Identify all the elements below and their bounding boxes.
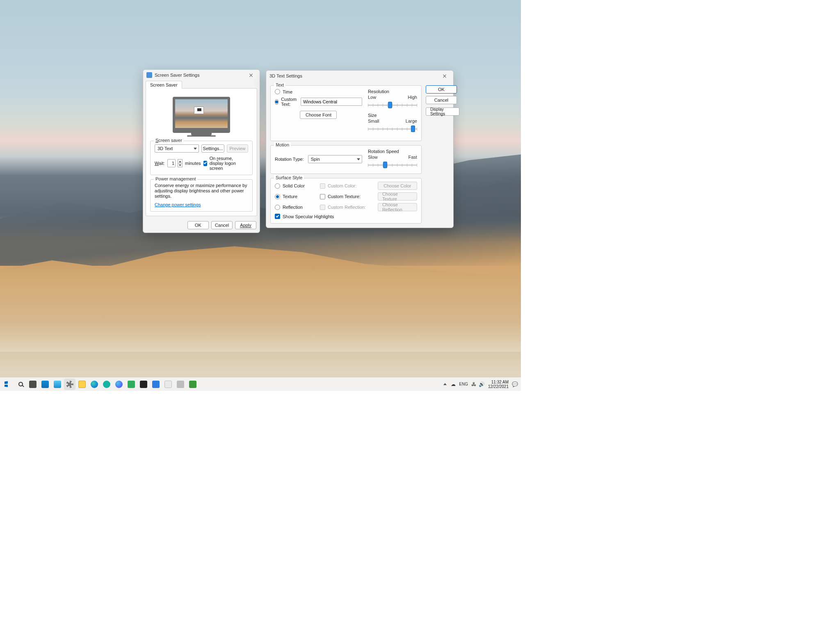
screensaver-select-value: 3D Text — [158, 146, 173, 151]
app-icon — [128, 381, 135, 388]
taskbar-app-explorer[interactable] — [76, 379, 88, 390]
store-icon — [41, 381, 49, 388]
wait-spinner[interactable] — [178, 159, 183, 167]
group-power-legend: Power management — [154, 176, 197, 181]
tab-screen-saver[interactable]: Screen Saver — [146, 81, 182, 89]
app-icon — [152, 381, 160, 388]
group-surface-legend: Surface Style — [274, 175, 304, 180]
tray-overflow[interactable] — [441, 379, 449, 390]
taskbar-search[interactable] — [15, 379, 26, 390]
tray-time: 11:32 AM — [488, 380, 509, 384]
wait-label: Wait: — [155, 161, 165, 166]
app-icon — [103, 381, 110, 388]
taskbar-app-8[interactable] — [150, 379, 162, 390]
start-icon — [5, 381, 12, 388]
chevron-down-icon — [357, 158, 360, 160]
tray-onedrive[interactable]: ☁ — [450, 379, 457, 390]
group-text: Text Time Custom Text: Choose Font — [270, 85, 422, 141]
screensaver-app-icon — [146, 72, 152, 78]
taskbar-app-6[interactable] — [113, 379, 125, 390]
taskbar-app-store[interactable] — [39, 379, 51, 390]
size-slider[interactable] — [368, 124, 417, 133]
screensaver-title: Screen Saver Settings — [155, 73, 199, 78]
taskbar-task-view[interactable] — [27, 379, 39, 390]
choose-font-button[interactable]: Choose Font — [300, 111, 337, 119]
settings-icon — [66, 381, 73, 388]
camera-icon — [177, 381, 184, 388]
close-icon — [249, 73, 253, 77]
rotation-speed-slider[interactable] — [368, 160, 417, 169]
custom-text-input[interactable] — [301, 98, 362, 106]
radio-custom-text[interactable] — [275, 99, 278, 105]
text3d-title: 3D Text Settings — [269, 73, 302, 78]
slider-thumb[interactable] — [388, 102, 392, 108]
specular-label: Show Specular Highlights — [283, 214, 334, 219]
group-screen-saver-legend: Screen saver — [154, 138, 184, 143]
screensaver-select[interactable]: 3D Text — [155, 144, 199, 153]
choose-texture-button: Choose Texture — [378, 192, 417, 201]
resolution-label: Resolution — [368, 89, 417, 94]
radio-reflection[interactable] — [275, 205, 280, 210]
spinner-down[interactable] — [178, 163, 183, 167]
check-custom-color — [320, 183, 325, 189]
screensaver-titlebar[interactable]: Screen Saver Settings — [143, 70, 260, 80]
check-custom-texture[interactable] — [320, 194, 325, 199]
size-label: Size — [368, 113, 417, 118]
taskbar-app-5[interactable] — [101, 379, 112, 390]
group-screen-saver: Screen saver 3D Text Settings... Preview… — [150, 141, 253, 175]
group-motion-legend: Motion — [274, 142, 291, 147]
terminal-icon — [140, 381, 147, 388]
taskbar-app-9[interactable] — [162, 379, 174, 390]
tray-network[interactable]: 🖧 — [470, 379, 477, 390]
tray-language[interactable]: ENG — [458, 379, 469, 390]
search-icon — [18, 382, 23, 386]
text3d-cancel-button[interactable]: Cancel — [426, 96, 457, 104]
file-explorer-icon — [78, 381, 86, 388]
on-resume-label: On resume, display logon screen — [210, 156, 248, 171]
preview-button[interactable]: Preview — [227, 144, 248, 153]
text3d-settings-window: 3D Text Settings Text Time Custom Text: — [266, 70, 454, 228]
tray-volume[interactable]: 🔊 — [478, 379, 486, 390]
chevron-up-icon — [443, 383, 447, 385]
group-motion: Motion Rotation Type: Spin Rotation Spee… — [270, 145, 422, 174]
change-power-settings-link[interactable]: Change power settings — [155, 202, 201, 207]
on-resume-checkbox[interactable] — [203, 161, 207, 166]
settings-button[interactable]: Settings... — [201, 144, 224, 153]
radio-time-label: Time — [283, 89, 292, 94]
taskbar-app-7[interactable] — [126, 379, 137, 390]
screensaver-close-button[interactable] — [245, 71, 257, 79]
radio-time[interactable] — [275, 89, 280, 94]
tray-clock[interactable]: 11:32 AM 12/22/2021 — [486, 380, 510, 389]
text3d-titlebar[interactable]: 3D Text Settings — [266, 71, 453, 81]
apply-button[interactable]: Apply — [235, 221, 256, 229]
text3d-main-column: Text Time Custom Text: Choose Font — [270, 84, 422, 224]
taskbar-app-10[interactable] — [187, 379, 199, 390]
taskbar-app-terminal[interactable] — [138, 379, 149, 390]
cancel-button[interactable]: Cancel — [211, 221, 233, 229]
screensaver-panel: Screen saver 3D Text Settings... Preview… — [146, 88, 257, 216]
taskbar-app-photos[interactable] — [52, 379, 63, 390]
slider-thumb[interactable] — [383, 162, 387, 168]
text3d-ok-button[interactable]: OK — [426, 85, 457, 94]
radio-custom-text-label: Custom Text: — [281, 97, 298, 107]
taskbar-app-settings[interactable] — [64, 379, 75, 390]
text3d-close-button[interactable] — [438, 72, 451, 80]
spinner-up[interactable] — [178, 159, 183, 163]
text3d-display-settings-button[interactable]: Display Settings — [426, 107, 459, 116]
slider-thumb[interactable] — [411, 126, 415, 132]
ok-button[interactable]: OK — [187, 221, 209, 229]
taskbar-app-camera[interactable] — [175, 379, 186, 390]
resolution-slider[interactable] — [368, 100, 417, 110]
choose-color-button: Choose Color — [378, 182, 417, 190]
check-specular-highlights[interactable] — [275, 214, 280, 219]
taskbar-app-edge[interactable] — [89, 379, 100, 390]
tray-notifications[interactable]: 💬 — [511, 379, 518, 390]
start-button[interactable] — [2, 379, 14, 390]
radio-solid-color[interactable] — [275, 183, 280, 189]
app-icon — [164, 381, 172, 388]
rotation-speed-label: Rotation Speed — [368, 149, 417, 154]
rotation-type-select[interactable]: Spin — [308, 155, 362, 163]
wait-minutes-input[interactable]: 1 — [167, 159, 176, 167]
radio-texture[interactable] — [275, 194, 280, 199]
choose-reflection-button: Choose Reflection — [378, 203, 417, 211]
